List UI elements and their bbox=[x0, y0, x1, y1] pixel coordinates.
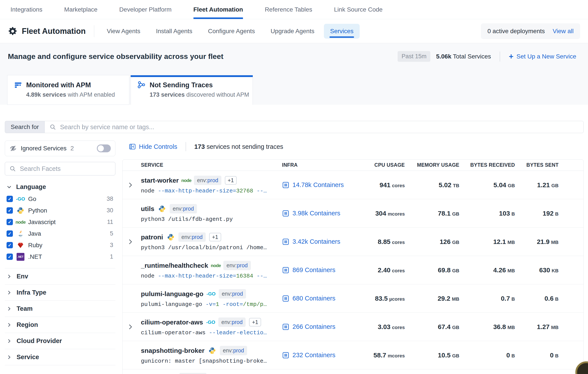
tab-configure-agents[interactable]: Configure Agents bbox=[202, 24, 261, 39]
nav-item-integrations[interactable]: Integrations bbox=[10, 0, 42, 19]
table-row-start-worker[interactable]: start-workernodeenv:prod+1node --max-htt… bbox=[123, 171, 583, 199]
expand-chevron-icon[interactable] bbox=[128, 238, 133, 245]
chevron-right-icon bbox=[7, 355, 12, 360]
set-up-new-service-button[interactable]: + Set Up a New Service bbox=[509, 53, 576, 60]
service-name[interactable]: start-worker bbox=[141, 177, 179, 184]
containers-link[interactable]: 3.98k Containers bbox=[282, 210, 360, 217]
hide-controls-button[interactable]: Hide Controls bbox=[129, 143, 177, 150]
service-name[interactable]: patroni bbox=[141, 234, 163, 241]
time-range-badge[interactable]: Past 15m bbox=[398, 51, 430, 62]
table-row-partial[interactable]: env:prod bbox=[123, 369, 583, 374]
expand-chevron-icon[interactable] bbox=[128, 182, 133, 188]
facet-item-javascript[interactable]: ✓nodeJavascript11 bbox=[5, 216, 115, 228]
facet-group-label: Infra Type bbox=[17, 289, 46, 296]
heading-row: Manage and configure service observabili… bbox=[8, 51, 580, 62]
collapse-panel-icon bbox=[129, 143, 136, 150]
tab-upgrade-agents[interactable]: Upgrade Agents bbox=[264, 24, 321, 39]
table-row-pulumi-language-go[interactable]: pulumi-language-go-GOenv:prodpulumi-lang… bbox=[123, 284, 583, 313]
bytes-sent-value: 0B bbox=[515, 352, 558, 359]
service-name[interactable]: cilium-operator-aws bbox=[141, 319, 203, 326]
checkbox-checked[interactable]: ✓ bbox=[7, 254, 13, 260]
facet-item-count: 38 bbox=[107, 195, 115, 202]
checkbox-checked[interactable]: ✓ bbox=[7, 219, 13, 225]
search-box[interactable] bbox=[44, 121, 584, 133]
extra-tags-badge[interactable]: +1 bbox=[249, 318, 261, 326]
column-header-bytes-sent[interactable]: BYTES SENT bbox=[515, 162, 558, 168]
app-header: Fleet Automation View AgentsInstall Agen… bbox=[0, 19, 588, 43]
chevron-cell bbox=[128, 238, 141, 245]
facet-group-infra-type[interactable]: Infra Type bbox=[5, 285, 115, 301]
column-header-infra[interactable]: INFRA bbox=[282, 162, 360, 168]
facet-item-go[interactable]: ✓-GOGo38 bbox=[5, 193, 115, 205]
checkbox-checked[interactable]: ✓ bbox=[7, 230, 13, 237]
nav-item-developer-platform[interactable]: Developer Platform bbox=[119, 0, 172, 19]
checkbox-checked[interactable]: ✓ bbox=[7, 196, 13, 202]
ruby-icon bbox=[16, 242, 25, 248]
env-tag: env:prod bbox=[219, 289, 246, 299]
tab-services[interactable]: Services bbox=[324, 24, 359, 39]
containers-link[interactable]: 14.78k Containers bbox=[282, 181, 360, 189]
view-tab-title: Monitored with APM bbox=[26, 81, 91, 89]
env-tag: env:prod bbox=[218, 318, 246, 327]
table-row-patroni[interactable]: patronienv:prod+1python3 /usr/local/bin/… bbox=[123, 228, 583, 256]
services-count-value: 173 bbox=[194, 143, 205, 150]
service-name[interactable]: utils bbox=[141, 205, 154, 213]
table-row-cilium-operator-aws[interactable]: cilium-operator-aws-GOenv:prod+1cilium-o… bbox=[123, 313, 583, 341]
ignored-services-toggle[interactable] bbox=[97, 144, 111, 152]
facet-item-net[interactable]: ✓.NET.NET1 bbox=[5, 251, 115, 263]
search-input[interactable] bbox=[60, 123, 579, 131]
containers-link[interactable]: 680 Containers bbox=[282, 295, 360, 302]
node-icon: node bbox=[182, 178, 190, 183]
service-command: node --max-http-header-size=32768 --… bbox=[141, 188, 282, 194]
service-command: gunicorn: master [snapshotting-broke… bbox=[141, 358, 282, 364]
facet-search-input[interactable] bbox=[19, 165, 111, 173]
checkbox-checked[interactable]: ✓ bbox=[7, 207, 13, 214]
column-header-bytes-received[interactable]: BYTES RECEIVED bbox=[459, 162, 515, 168]
containers-link[interactable]: 869 Containers bbox=[282, 267, 360, 274]
memory-usage-value: 5.02TB bbox=[405, 181, 459, 189]
facet-group-language[interactable]: Language bbox=[7, 183, 115, 191]
table-row-utils[interactable]: utilsenv:prodpython3 /utils/fdb-agent.py… bbox=[123, 199, 583, 228]
service-name[interactable]: _runtime/healthcheck bbox=[141, 262, 208, 269]
nav-item-fleet-automation[interactable]: Fleet Automation bbox=[193, 0, 243, 19]
facet-item-python[interactable]: ✓Python30 bbox=[5, 205, 115, 216]
extra-tags-badge[interactable]: +1 bbox=[209, 233, 221, 241]
extra-tags-badge[interactable]: +1 bbox=[225, 176, 237, 185]
expand-chevron-icon[interactable] bbox=[128, 324, 133, 330]
facet-group-region[interactable]: Region bbox=[5, 317, 115, 333]
column-header-memory-usage[interactable]: MEMORY USAGE bbox=[405, 162, 459, 168]
tab-install-agents[interactable]: Install Agents bbox=[150, 24, 199, 39]
facet-group-env[interactable]: Env bbox=[5, 268, 115, 285]
table-row--runtime-healthcheck[interactable]: _runtime/healthchecknodeenv:prodnode --m… bbox=[123, 256, 583, 284]
facet-group-label: Region bbox=[17, 321, 38, 328]
nav-item-reference-tables[interactable]: Reference Tables bbox=[265, 0, 312, 19]
env-tag: env:prod bbox=[179, 373, 207, 374]
nav-item-link-source-code[interactable]: Link Source Code bbox=[334, 0, 383, 19]
column-header-service[interactable]: SERVICE bbox=[141, 162, 282, 168]
view-all-link[interactable]: View all bbox=[553, 28, 574, 35]
facet-search-box[interactable] bbox=[5, 162, 115, 175]
checkbox-checked[interactable]: ✓ bbox=[7, 242, 13, 248]
view-tab-not-sending-traces[interactable]: Not Sending Traces173 services discovere… bbox=[131, 75, 253, 105]
go-icon: -GO bbox=[207, 291, 215, 297]
tab-view-agents[interactable]: View Agents bbox=[101, 24, 147, 39]
facet-group-cloud-provider[interactable]: Cloud Provider bbox=[5, 333, 115, 349]
column-header-cpu-usage[interactable]: CPU USAGE bbox=[360, 162, 405, 168]
view-tab-monitored-with-apm[interactable]: Monitored with APM4.89k services with AP… bbox=[7, 75, 129, 105]
chevron-right-icon bbox=[7, 274, 12, 279]
containers-link[interactable]: 266 Containers bbox=[282, 323, 360, 331]
containers-link[interactable]: 232 Containers bbox=[282, 352, 360, 359]
services-count-summary: 173 services not sending traces bbox=[194, 143, 283, 150]
nav-item-marketplace[interactable]: Marketplace bbox=[64, 0, 97, 19]
divider bbox=[186, 142, 186, 151]
service-name[interactable]: snapshotting-broker bbox=[141, 347, 205, 354]
facet-group-service[interactable]: Service bbox=[5, 349, 115, 365]
containers-link[interactable]: 3.42k Containers bbox=[282, 238, 360, 246]
facet-item-label: Go bbox=[28, 195, 36, 203]
service-name[interactable]: pulumi-language-go bbox=[141, 290, 203, 298]
top-nav: IntegrationsMarketplaceDeveloper Platfor… bbox=[0, 0, 588, 19]
facet-group-team[interactable]: Team bbox=[5, 301, 115, 317]
facet-item-java[interactable]: ✓Java5 bbox=[5, 228, 115, 239]
facet-item-ruby[interactable]: ✓Ruby3 bbox=[5, 239, 115, 251]
table-row-snapshotting-broker[interactable]: snapshotting-brokerenv:prodgunicorn: mas… bbox=[123, 341, 583, 369]
